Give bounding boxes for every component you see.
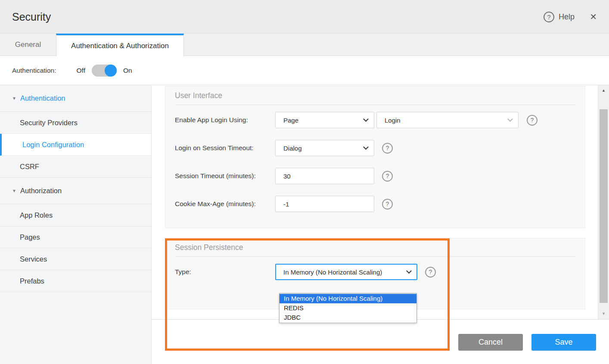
save-button[interactable]: Save <box>531 334 596 351</box>
scrollbar-thumb[interactable] <box>600 109 608 303</box>
security-dialog: Security ? Help ✕ General Authentication… <box>0 0 609 364</box>
cookie-max-age-help-icon[interactable]: ? <box>382 199 393 210</box>
footer: Cancel Save <box>152 319 609 364</box>
page-title: Security <box>12 0 51 34</box>
session-timeout-help-icon[interactable]: ? <box>382 171 393 182</box>
chevron-down-icon <box>507 116 513 122</box>
sidebar-item-security-providers[interactable]: Security Providers <box>0 112 151 134</box>
enable-app-login-type-select[interactable]: Page <box>275 112 374 128</box>
help-button[interactable]: ? Help <box>544 0 575 34</box>
dropdown-option-jdbc[interactable]: JDBC <box>280 313 416 322</box>
cookie-max-age-row: Cookie Max-Age (minutes): ? <box>175 196 575 212</box>
login-session-timeout-label: Login on Session Timeout: <box>175 144 275 152</box>
sidebar-item-csrf[interactable]: CSRF <box>0 156 151 178</box>
sidebar-item-services[interactable]: Services <box>0 248 151 270</box>
session-timeout-input[interactable] <box>275 168 374 184</box>
cookie-max-age-label: Cookie Max-Age (minutes): <box>175 200 275 208</box>
chevron-down-icon <box>406 268 412 274</box>
sidebar-item-login-configuration[interactable]: Login Configuration <box>0 134 151 156</box>
authentication-label: Authentication: <box>12 67 56 74</box>
help-question-icon: ? <box>544 12 554 22</box>
expander-triangle-icon: ▼ <box>12 96 16 101</box>
close-icon[interactable]: ✕ <box>590 0 597 34</box>
vertical-scrollbar[interactable]: ▲ ▼ <box>598 85 609 319</box>
session-persistence-type-select[interactable]: In Memory (No Horizontal Scaling) <box>275 264 417 280</box>
main-content: User Interface Enable App Login Using: P… <box>152 85 598 319</box>
authentication-switch[interactable] <box>92 65 117 77</box>
dropdown-option-redis[interactable]: REDIS <box>280 303 416 313</box>
enable-app-login-help-icon[interactable]: ? <box>527 115 538 126</box>
enable-app-login-label: Enable App Login Using: <box>175 116 275 124</box>
login-session-timeout-row: Login on Session Timeout: Dialog ? <box>175 140 575 156</box>
toggle-off-label: Off <box>77 67 85 74</box>
expander-triangle-icon: ▼ <box>12 188 16 193</box>
user-interface-panel: User Interface Enable App Login Using: P… <box>165 86 585 228</box>
session-timeout-label: Session Timeout (minutes): <box>175 172 275 180</box>
login-session-timeout-help-icon[interactable]: ? <box>382 143 393 154</box>
scroll-down-arrow-icon[interactable]: ▼ <box>598 312 609 316</box>
sidebar-section-authorization[interactable]: ▼ Authorization <box>0 178 151 204</box>
login-session-timeout-select[interactable]: Dialog <box>275 140 374 156</box>
tab-general[interactable]: General <box>0 34 56 56</box>
tab-authentication-authorization[interactable]: Authentication & Authorization <box>56 34 184 56</box>
type-select-dropdown-list: In Memory (No Horizontal Scaling) REDIS … <box>279 293 417 323</box>
help-label: Help <box>559 12 575 22</box>
cancel-button[interactable]: Cancel <box>458 334 523 351</box>
authentication-toggle-row: Authentication: Off On <box>0 56 609 85</box>
session-persistence-title: Session Persistence <box>175 238 575 257</box>
scroll-up-arrow-icon[interactable]: ▲ <box>598 88 609 93</box>
session-persistence-help-icon[interactable]: ? <box>425 267 436 278</box>
titlebar: Security ? Help ✕ <box>0 0 609 34</box>
type-label: Type: <box>175 268 275 276</box>
enable-app-login-row: Enable App Login Using: Page Login ? <box>175 112 575 128</box>
sidebar-item-pages[interactable]: Pages <box>0 226 151 248</box>
sidebar-item-prefabs[interactable]: Prefabs <box>0 270 151 292</box>
sidebar: ▼ Authentication Security Providers Logi… <box>0 85 152 364</box>
dropdown-option-in-memory[interactable]: In Memory (No Horizontal Scaling) <box>280 294 416 303</box>
switch-knob <box>105 65 117 77</box>
chevron-down-icon <box>363 116 369 122</box>
cookie-max-age-input[interactable] <box>275 196 374 212</box>
tab-bar: General Authentication & Authorization <box>0 34 609 56</box>
chevron-down-icon <box>363 144 369 150</box>
login-page-select[interactable]: Login <box>376 112 519 128</box>
sidebar-item-app-roles[interactable]: App Roles <box>0 204 151 226</box>
user-interface-title: User Interface <box>175 86 575 105</box>
session-persistence-type-row: Type: In Memory (No Horizontal Scaling) … <box>175 264 575 280</box>
sidebar-section-authentication[interactable]: ▼ Authentication <box>0 85 151 112</box>
toggle-on-label: On <box>123 67 132 74</box>
session-timeout-row: Session Timeout (minutes): ? <box>175 168 575 184</box>
